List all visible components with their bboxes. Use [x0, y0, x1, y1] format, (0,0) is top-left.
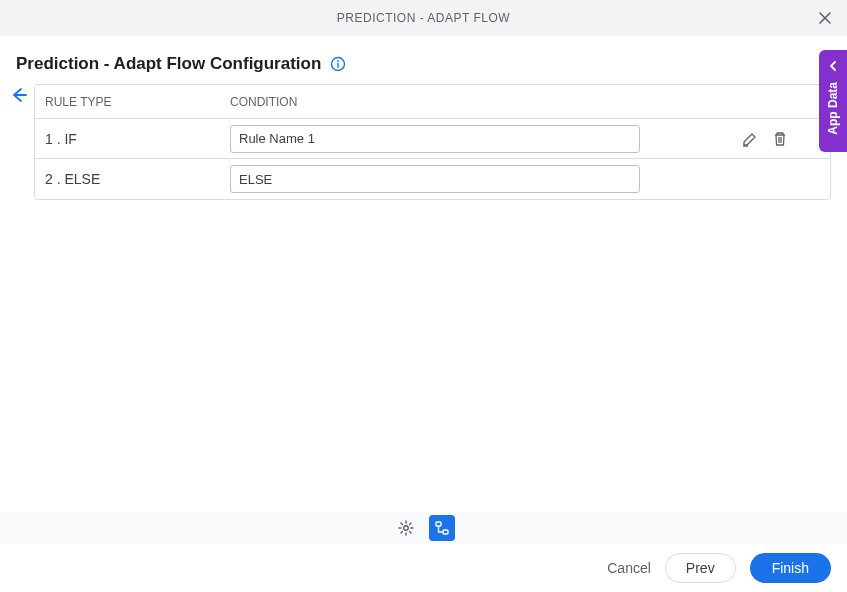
svg-rect-5: [443, 530, 448, 534]
svg-rect-2: [338, 63, 339, 68]
back-button[interactable]: [8, 84, 30, 106]
page-title-row: Prediction - Adapt Flow Configuration: [0, 36, 847, 84]
arrow-left-icon: [9, 85, 29, 105]
rule-type-cell: 1 . IF: [35, 131, 230, 147]
gear-icon: [397, 519, 415, 537]
delete-button[interactable]: [770, 129, 790, 149]
edit-button[interactable]: [740, 129, 760, 149]
page-title: Prediction - Adapt Flow Configuration: [16, 54, 321, 74]
header-condition: CONDITION: [230, 95, 740, 109]
pencil-icon: [741, 130, 759, 148]
condition-input[interactable]: [230, 165, 640, 193]
close-icon: [817, 10, 833, 26]
header-rule-type: RULE TYPE: [35, 95, 230, 109]
app-data-label: App Data: [826, 82, 840, 135]
flow-icon: [433, 519, 451, 537]
modal-header: PREDICTION - ADAPT FLOW: [0, 0, 847, 36]
trash-icon: [771, 130, 789, 148]
svg-point-3: [403, 526, 407, 530]
prev-button[interactable]: Prev: [665, 553, 736, 583]
cancel-button[interactable]: Cancel: [607, 560, 651, 576]
table-row: 1 . IF: [35, 119, 830, 159]
toolbar: [0, 512, 847, 544]
rule-condition-cell: [230, 165, 740, 193]
rule-type-cell: 2 . ELSE: [35, 171, 230, 187]
footer: Cancel Prev Finish: [0, 544, 847, 592]
content-area: RULE TYPE CONDITION 1 . IF 2 . ELSE: [0, 84, 847, 200]
finish-button[interactable]: Finish: [750, 553, 831, 583]
rules-table: RULE TYPE CONDITION 1 . IF 2 . ELSE: [34, 84, 831, 200]
table-row: 2 . ELSE: [35, 159, 830, 199]
chevron-left-icon: [827, 58, 839, 76]
settings-button[interactable]: [393, 515, 419, 541]
table-header: RULE TYPE CONDITION: [35, 85, 830, 119]
rule-actions-cell: [740, 129, 830, 149]
rule-condition-cell: [230, 125, 740, 153]
modal-title: PREDICTION - ADAPT FLOW: [337, 11, 510, 25]
flow-button[interactable]: [429, 515, 455, 541]
info-icon[interactable]: [329, 55, 347, 73]
app-data-panel-toggle[interactable]: App Data: [819, 50, 847, 152]
svg-rect-4: [436, 522, 441, 526]
svg-point-1: [337, 60, 339, 62]
condition-input[interactable]: [230, 125, 640, 153]
close-button[interactable]: [815, 8, 835, 28]
